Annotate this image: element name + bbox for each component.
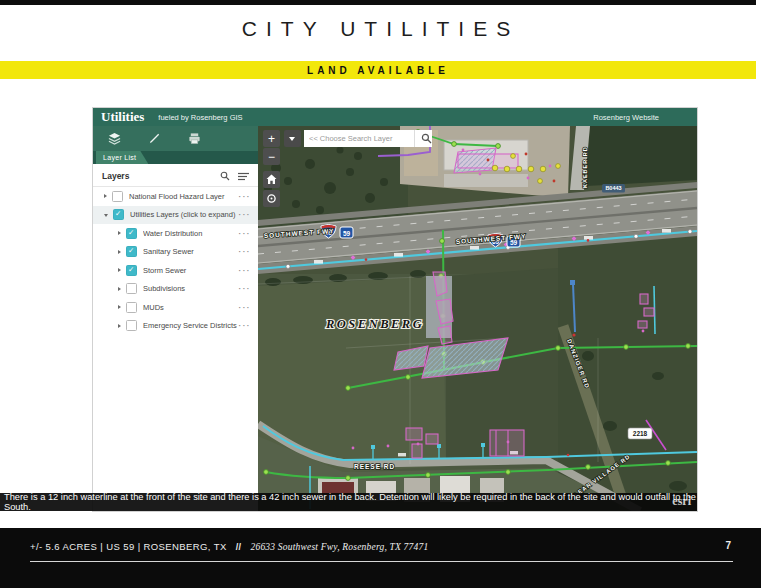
gis-app-screenshot: Utilities fueled by Rosenberg GIS Rosenb… — [93, 108, 697, 511]
layer-checkbox[interactable] — [126, 302, 137, 313]
layer-checkbox[interactable] — [126, 265, 137, 276]
us-59-shield: 59 — [340, 227, 353, 238]
my-location-button[interactable] — [263, 190, 280, 207]
tab-layer-list[interactable]: Layer List — [96, 151, 148, 164]
layer-row-utilities[interactable]: Utilities Layers (click to expand) ··· — [93, 206, 258, 225]
fm-2218-chip: 2218 — [628, 428, 652, 439]
home-extent-button[interactable] — [263, 171, 280, 188]
layer-label: MUDs — [143, 303, 239, 312]
layers-panel: Layers Natio — [93, 164, 258, 511]
fm-2218-label: 2218 — [633, 430, 648, 437]
layer-options-icon[interactable] — [238, 172, 249, 181]
layers-panel-header: Layers — [93, 164, 258, 187]
layer-label: National Flood Hazard Layer — [129, 192, 239, 201]
esri-attribution: esri — [672, 494, 691, 509]
layer-row-water-distribution[interactable]: Water Distribution ··· — [93, 224, 258, 243]
search-input[interactable] — [304, 130, 414, 147]
layer-row-storm-sewer[interactable]: Storm Sewer ··· — [93, 261, 258, 280]
footer-listing-line: +/- 5.6 ACRES | US 59 | ROSENBERG, TX //… — [30, 541, 428, 552]
layer-checkbox[interactable] — [126, 246, 137, 257]
footer-rule — [30, 561, 733, 562]
zoom-in-button[interactable]: + — [263, 130, 280, 147]
layer-checkbox[interactable] — [113, 209, 124, 220]
layer-checkbox[interactable] — [126, 320, 137, 331]
layer-label: Water Distribution — [143, 229, 239, 238]
layer-menu-dots-icon[interactable]: ··· — [239, 210, 252, 219]
expand-arrow-icon[interactable] — [118, 268, 121, 272]
layer-sidebar: Layer List Layers — [93, 126, 258, 511]
layer-label: Emergency Service Districts — [143, 321, 239, 330]
page-number: 7 — [725, 540, 731, 551]
page-title: CITY UTILITIES — [0, 17, 761, 41]
expand-arrow-icon[interactable] — [118, 324, 121, 328]
caption-text: There is a 12 inch waterline at the fron… — [4, 492, 697, 512]
search-layer-dropdown-button[interactable] — [284, 130, 301, 147]
zoom-out-button[interactable]: − — [263, 148, 280, 165]
layer-label: Utilities Layers (click to expand) — [130, 210, 239, 219]
layer-menu-dots-icon[interactable]: ··· — [239, 192, 252, 201]
caption-bar: There is a 12 inch waterline at the fron… — [0, 493, 697, 511]
kaeber-rd-label: KAEBER RD — [582, 146, 588, 188]
expand-arrow-icon[interactable] — [104, 194, 107, 198]
layer-checkbox[interactable] — [126, 228, 137, 239]
layer-checkbox[interactable] — [126, 283, 137, 294]
layer-row-sanitary-sewer[interactable]: Sanitary Sewer ··· — [93, 243, 258, 262]
footer-separator: // — [236, 542, 242, 552]
search-submit-button[interactable] — [414, 130, 432, 147]
satellite-map-art: 69 59 69 59 — [258, 126, 697, 511]
layer-row-emergency-service[interactable]: Emergency Service Districts ··· — [93, 317, 258, 336]
layer-checkbox[interactable] — [112, 191, 123, 202]
gis-tagline: fueled by Rosenberg GIS — [158, 113, 242, 122]
reese-rd-label: REESE RD — [354, 463, 395, 470]
expand-arrow-icon[interactable] — [118, 305, 121, 309]
layer-menu-dots-icon[interactable]: ··· — [239, 247, 252, 256]
draw-pencil-icon[interactable] — [148, 132, 161, 145]
rosenberg-city-label: ROSENBERG — [325, 317, 424, 331]
expand-arrow-icon[interactable] — [104, 214, 108, 217]
property-address: 26633 Southwest Fwy, Rosenberg, TX 77471 — [251, 542, 429, 552]
locate-icon — [266, 193, 277, 204]
gis-app-title: Utilities — [101, 109, 144, 125]
layer-menu-dots-icon[interactable]: ··· — [239, 321, 252, 330]
map-viewport[interactable]: 69 59 69 59 — [258, 126, 697, 511]
b0443-chip: B0443 — [602, 184, 625, 193]
search-icon — [421, 133, 432, 144]
layer-label: Sanitary Sewer — [143, 247, 239, 256]
layer-menu-dots-icon[interactable]: ··· — [239, 284, 252, 293]
rosenberg-website-link[interactable]: Rosenberg Website — [593, 113, 659, 122]
layer-label: Storm Sewer — [143, 266, 239, 275]
tab-strip: Layer List — [93, 151, 258, 164]
map-search-bar — [284, 130, 432, 147]
layer-row-national-flood[interactable]: National Flood Hazard Layer ··· — [93, 187, 258, 206]
top-accent-bar — [0, 0, 756, 5]
layers-icon[interactable] — [108, 132, 121, 145]
footer: +/- 5.6 ACRES | US 59 | ROSENBERG, TX //… — [0, 528, 761, 588]
b0443-label: B0443 — [605, 185, 621, 191]
home-icon — [266, 174, 277, 185]
expand-arrow-icon[interactable] — [118, 231, 121, 235]
shield-59-label: 59 — [343, 230, 351, 237]
land-available-banner: LAND AVAILABLE — [0, 61, 756, 79]
gis-header: Utilities fueled by Rosenberg GIS Rosenb… — [93, 108, 697, 126]
listing-summary: +/- 5.6 ACRES | US 59 | ROSENBERG, TX — [30, 541, 227, 552]
gis-body: Layer List Layers — [93, 126, 697, 511]
expand-arrow-icon[interactable] — [118, 250, 121, 254]
layer-menu-dots-icon[interactable]: ··· — [239, 266, 252, 275]
layers-panel-title: Layers — [102, 171, 212, 181]
layer-menu-dots-icon[interactable]: ··· — [239, 303, 252, 312]
print-icon[interactable] — [188, 132, 201, 145]
layer-label: Subdivisions — [143, 284, 239, 293]
layer-row-muds[interactable]: MUDs ··· — [93, 298, 258, 317]
expand-arrow-icon[interactable] — [118, 287, 121, 291]
gis-toolbar — [93, 126, 258, 151]
search-layers-icon[interactable] — [220, 171, 230, 181]
layer-menu-dots-icon[interactable]: ··· — [239, 229, 252, 238]
slide: CITY UTILITIES LAND AVAILABLE Utilities … — [0, 0, 761, 588]
layer-row-subdivisions[interactable]: Subdivisions ··· — [93, 280, 258, 299]
banner-label: LAND AVAILABLE — [307, 65, 449, 76]
